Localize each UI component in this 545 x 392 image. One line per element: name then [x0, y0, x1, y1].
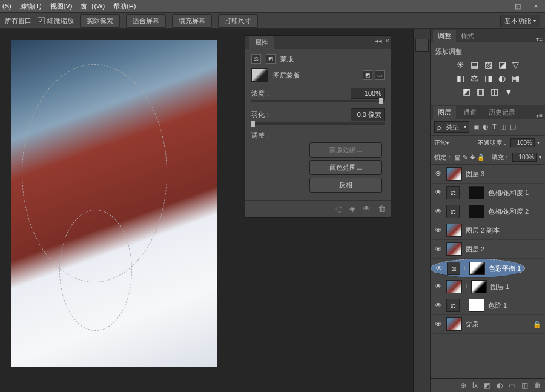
adjustment-layer-icon: ⚖	[446, 186, 460, 199]
mask-icon[interactable]: ◩	[484, 381, 490, 390]
visibility-icon[interactable]: 👁	[434, 320, 443, 328]
menu-select[interactable]: (S)	[2, 2, 12, 10]
mask-mode-icon[interactable]: ◩	[266, 54, 276, 64]
gradient-icon[interactable]: ▼	[504, 87, 513, 96]
layer-name: 色阶 1	[488, 301, 541, 310]
maximize-button[interactable]: ◱	[509, 0, 527, 12]
apply-mask-icon[interactable]: ◈	[349, 204, 355, 213]
brightness-icon[interactable]: ☀	[457, 60, 464, 70]
tab-properties[interactable]: 属性	[249, 36, 274, 49]
trash-icon[interactable]: 🗑	[534, 381, 541, 390]
minimize-button[interactable]: –	[490, 0, 509, 12]
document-canvas[interactable]	[11, 40, 217, 367]
tab-styles[interactable]: 样式	[456, 30, 479, 42]
menu-window[interactable]: 窗口(W)	[81, 2, 105, 11]
trash-mask-icon[interactable]: 🗑	[378, 204, 386, 213]
panel-menu-icon[interactable]: ▾≡	[536, 36, 543, 42]
photo-filter-icon[interactable]: ◐	[498, 73, 506, 83]
filter-type-icon[interactable]: T	[492, 123, 497, 131]
dock-icon-1[interactable]	[415, 39, 429, 52]
opacity-field[interactable]: 100%	[510, 138, 535, 147]
filter-pixel-icon[interactable]: ▣	[473, 123, 479, 131]
close-panel-icon[interactable]: ×	[386, 37, 389, 45]
density-field[interactable]: 100%	[351, 88, 385, 99]
group-icon[interactable]: ▭	[509, 381, 515, 390]
layer-row[interactable]: 👁⁞图层 1	[431, 277, 545, 296]
actual-pixels-button[interactable]: 实际像素	[80, 14, 120, 28]
layer-row[interactable]: 👁⚖⁞色阶 1	[431, 296, 545, 315]
visibility-icon[interactable]: 👁	[434, 301, 443, 310]
invert-button[interactable]: 反相	[309, 178, 382, 193]
new-layer-icon[interactable]: ◫	[521, 381, 528, 390]
filter-shape-icon[interactable]: ◫	[500, 123, 506, 131]
vector-mask-icon[interactable]: ▭	[375, 70, 385, 80]
collapse-icon[interactable]: ◂◂	[375, 37, 382, 45]
visibility-icon[interactable]: 👁	[434, 245, 443, 253]
adjustment-icon[interactable]: ◐	[497, 381, 503, 390]
filter-kind-dropdown[interactable]: ρ类型▾	[434, 121, 469, 133]
visibility-icon[interactable]: 👁	[434, 170, 443, 178]
tab-history[interactable]: 历史记录	[484, 106, 520, 119]
fine-zoom-checkbox[interactable]: ✓ 细微缩放	[38, 16, 74, 25]
mixer-icon[interactable]: ▦	[512, 73, 520, 83]
fill-screen-button[interactable]: 填充屏幕	[172, 14, 212, 28]
close-button[interactable]: ×	[527, 0, 545, 12]
lock-paint-icon[interactable]: ✎	[463, 154, 467, 161]
link-layers-icon[interactable]: ⊕	[460, 381, 466, 390]
filter-smart-icon[interactable]: ▢	[510, 123, 516, 131]
panel-menu-icon[interactable]: ▾≡	[536, 112, 543, 119]
workspace-dropdown[interactable]: 基本功能 ▾	[500, 15, 540, 27]
visibility-icon[interactable]: 👁	[434, 282, 443, 291]
fx-icon[interactable]: fx	[472, 381, 478, 390]
adjustment-icons-row2: ◧ ⚖ ◨ ◐ ▦	[435, 73, 540, 83]
hue-icon[interactable]: ◧	[457, 73, 464, 83]
balance-icon[interactable]: ⚖	[471, 73, 478, 83]
vibrance-icon[interactable]: ▽	[512, 60, 519, 70]
layer-row[interactable]: 👁穿录🔒	[431, 315, 545, 334]
dock-icons	[414, 29, 431, 392]
bw-icon[interactable]: ◨	[484, 73, 492, 83]
menu-help[interactable]: 帮助(H)	[113, 2, 136, 11]
mask-edge-button[interactable]: 蒙版边缘...	[309, 142, 382, 158]
color-range-button[interactable]: 颜色范围...	[309, 160, 382, 175]
visibility-icon[interactable]: 👁	[434, 188, 443, 197]
menu-view[interactable]: 视图(V)	[50, 2, 73, 11]
layer-row[interactable]: 👁⚖⁞色相/饱和度 2	[431, 202, 545, 221]
filter-adjust-icon[interactable]: ◐	[483, 123, 489, 131]
lock-all-icon[interactable]: 🔒	[477, 154, 484, 161]
blend-mode-dropdown[interactable]: 正常▾	[434, 139, 475, 147]
feather-field[interactable]: 0.0 像素	[351, 108, 385, 121]
feather-slider[interactable]	[251, 122, 385, 125]
toggle-mask-icon[interactable]: 👁	[363, 204, 371, 213]
menu-filter[interactable]: 滤镜(T)	[20, 2, 42, 11]
visibility-icon[interactable]: 👁	[435, 264, 443, 273]
lock-transparent-icon[interactable]: ▨	[455, 154, 460, 161]
load-selection-icon[interactable]: ◌	[335, 204, 342, 213]
lock-move-icon[interactable]: ✥	[470, 154, 475, 161]
levels-icon[interactable]: ▤	[471, 60, 478, 70]
threshold-icon[interactable]: ◫	[490, 87, 498, 96]
layer-name: 穿录	[466, 320, 529, 329]
mask-label: 蒙版	[280, 55, 294, 64]
print-size-button[interactable]: 打印尺寸	[218, 14, 258, 28]
tab-layers[interactable]: 图层	[433, 106, 456, 119]
curves-icon[interactable]: ▨	[484, 60, 492, 70]
pixel-mask-icon[interactable]: ◩	[363, 70, 372, 80]
layer-row[interactable]: 👁图层 2 副本	[431, 221, 545, 240]
tab-channels[interactable]: 通道	[458, 106, 481, 119]
visibility-icon[interactable]: 👁	[434, 207, 443, 216]
exposure-icon[interactable]: ◪	[498, 60, 506, 70]
fill-field[interactable]: 100%	[512, 153, 537, 162]
layer-mask-label: 图层蒙版	[273, 71, 300, 80]
density-slider[interactable]	[251, 100, 385, 102]
layer-row[interactable]: 👁图层 2	[431, 240, 545, 259]
poster-icon[interactable]: ▥	[477, 87, 484, 96]
tab-adjustments[interactable]: 调整	[433, 30, 456, 42]
layer-row[interactable]: 👁⚖⁞色彩平衡 1	[431, 259, 525, 278]
mask-thumbnail	[471, 280, 487, 293]
visibility-icon[interactable]: 👁	[434, 226, 443, 234]
layer-row[interactable]: 👁图层 3	[431, 165, 545, 184]
layer-row[interactable]: 👁⚖⁞色相/饱和度 1	[431, 184, 545, 202]
fit-screen-button[interactable]: 适合屏幕	[126, 14, 166, 28]
invert-icon[interactable]: ◩	[463, 87, 471, 96]
